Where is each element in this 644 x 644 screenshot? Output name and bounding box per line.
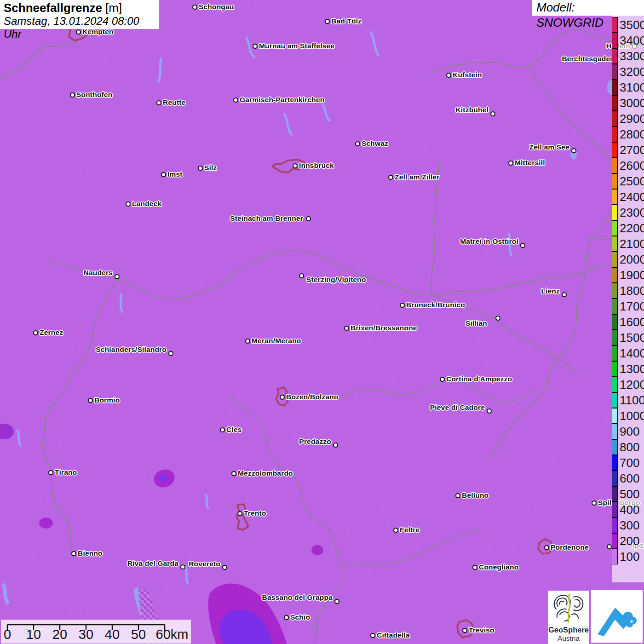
city-label-mittersill: Mittersill bbox=[515, 159, 545, 167]
colorbar-label: 2100 bbox=[620, 236, 644, 252]
colorbar: 3500340033003200310030002900280027002600… bbox=[612, 17, 644, 564]
colorbar-label: 3000 bbox=[620, 95, 644, 111]
city-marker-zell-am-see bbox=[571, 148, 576, 153]
colorbar-level-3000: 3000 bbox=[612, 95, 644, 111]
city-marker-cittadella bbox=[370, 633, 375, 638]
colorbar-swatch bbox=[612, 424, 618, 439]
geosphere-logo: GeoSphere Austria bbox=[548, 591, 589, 644]
city-marker-steinach-am-brenner bbox=[306, 216, 311, 221]
city-label-brixen-bressanone: Brixen/Bressanone bbox=[351, 324, 417, 332]
city-label-pieve-di-cadore: Pieve di Cadore bbox=[430, 403, 485, 412]
colorbar-swatch bbox=[612, 267, 618, 283]
city-marker-kufstein bbox=[446, 73, 451, 78]
city-label-tirano: Tirano bbox=[55, 468, 77, 477]
colorbar-level-700: 700 bbox=[612, 455, 644, 471]
city-marker-reutte bbox=[156, 100, 161, 105]
colorbar-swatch bbox=[612, 377, 618, 392]
colorbar-swatch bbox=[612, 361, 618, 377]
city-label-innsbruck: Innsbruck bbox=[299, 161, 334, 170]
city-label-sonthofen: Sonthofen bbox=[76, 91, 112, 99]
title-unit: [m] bbox=[105, 1, 122, 15]
title-box: Schneefallgrenze [m] Samstag, 13.01.2024… bbox=[0, 0, 159, 29]
city-label-bormio: Bormio bbox=[94, 396, 120, 404]
city-label-treviso: Treviso bbox=[469, 626, 494, 634]
colorbar-level-1700: 1700 bbox=[612, 299, 644, 314]
colorbar-swatch bbox=[612, 142, 618, 158]
colorbar-label: 2700 bbox=[620, 142, 644, 158]
city-label-trento: Trento bbox=[244, 509, 266, 518]
city-marker-predazzo bbox=[333, 443, 338, 448]
colorbar-level-3300: 3300 bbox=[612, 48, 644, 64]
colorbar-level-1300: 1300 bbox=[612, 361, 644, 377]
city-marker-matrei-in-osttirol bbox=[520, 243, 525, 248]
city-marker-belluno bbox=[455, 493, 460, 498]
colorbar-label: 1000 bbox=[620, 408, 644, 424]
scalebar: 0102030405060km bbox=[1, 620, 191, 644]
colorbar-level-2100: 2100 bbox=[612, 236, 644, 252]
colorbar-label: 1200 bbox=[620, 377, 644, 392]
scalebar-tick-label-30: 30 bbox=[79, 627, 93, 642]
colorbar-level-2300: 2300 bbox=[612, 205, 644, 220]
city-label-reutte: Reutte bbox=[163, 98, 185, 107]
city-marker-schlanders-silandro bbox=[168, 351, 173, 356]
colorbar-level-2500: 2500 bbox=[612, 173, 644, 189]
city-label-zell-am-see: Zell am See bbox=[529, 143, 570, 151]
city-marker-zernez bbox=[33, 330, 38, 335]
colorbar-swatch bbox=[612, 189, 618, 205]
colorbar-level-600: 600 bbox=[612, 471, 644, 486]
city-marker-pieve-di-cadore bbox=[487, 408, 492, 414]
city-label-kitzb-hel: Kitzbühel bbox=[455, 106, 489, 114]
city-label-schwaz: Schwaz bbox=[362, 139, 388, 148]
city-marker-garmisch-partenkirchen bbox=[233, 98, 238, 103]
city-marker-tirano bbox=[48, 470, 53, 475]
city-marker-sterzing-vipiteno bbox=[299, 273, 304, 278]
city-marker-mezzolombardo bbox=[231, 471, 236, 476]
colorbar-label: 3200 bbox=[620, 64, 644, 80]
colorbar-swatch bbox=[612, 486, 618, 502]
colorbar-label: 2300 bbox=[620, 205, 644, 220]
colorbar-swatch bbox=[612, 392, 618, 408]
city-marker-meran-merano bbox=[245, 339, 250, 344]
city-label-schongau: Schongau bbox=[199, 3, 234, 11]
city-label-zernez: Zernez bbox=[40, 328, 63, 337]
colorbar-swatch bbox=[612, 518, 618, 533]
colorbar-swatch bbox=[612, 299, 618, 314]
colorbar-swatch bbox=[612, 502, 618, 518]
colorbar-label: 1700 bbox=[620, 299, 644, 314]
city-label-cittadella: Cittadella bbox=[377, 631, 410, 639]
city-marker-bienno bbox=[71, 551, 76, 556]
city-marker-bozen-bolzano bbox=[280, 395, 285, 400]
city-marker-landeck bbox=[126, 201, 131, 207]
colorbar-label: 2000 bbox=[620, 252, 644, 267]
colorbar-level-1100: 1100 bbox=[612, 392, 644, 408]
colorbar-level-1900: 1900 bbox=[612, 267, 644, 283]
city-label-bozen-bolzano: Bozen/Bolzano bbox=[286, 393, 339, 401]
colorbar-swatch bbox=[612, 533, 618, 549]
colorbar-swatch bbox=[612, 471, 618, 486]
model-label: Modell: SNOWGRID bbox=[532, 0, 644, 30]
colorbar-swatch bbox=[612, 48, 618, 64]
colorbar-label: 800 bbox=[620, 439, 639, 455]
colorbar-swatch bbox=[612, 549, 618, 564]
colorbar-label: 2600 bbox=[620, 158, 644, 173]
city-label-lienz: Lienz bbox=[541, 287, 560, 295]
colorbar-swatch bbox=[612, 95, 618, 111]
city-label-sterzing-vipiteno: Sterzing/Vipiteno bbox=[306, 276, 366, 284]
city-label-schlanders-silandro: Schlanders/Silandro bbox=[96, 345, 167, 354]
colorbar-label: 3100 bbox=[620, 80, 644, 95]
city-marker-bormio bbox=[88, 398, 93, 403]
city-label-cles: Cles bbox=[226, 426, 242, 434]
city-label-garmisch-partenkirchen: Garmisch-Partenkirchen bbox=[240, 96, 324, 104]
title-subtitle: Samstag, 13.01.2024 08:00 Uhr bbox=[4, 15, 155, 40]
city-marker-treviso bbox=[462, 628, 467, 633]
city-label-zell-am-ziller: Zell am Ziller bbox=[395, 173, 440, 181]
colorbar-level-300: 300 bbox=[612, 518, 644, 533]
colorbar-label: 600 bbox=[620, 471, 639, 486]
colorbar-level-2200: 2200 bbox=[612, 220, 644, 236]
colorbar-label: 3400 bbox=[620, 33, 644, 48]
city-marker-schwaz bbox=[355, 141, 360, 146]
colorbar-label: 2800 bbox=[620, 126, 644, 142]
city-marker-cles bbox=[220, 427, 225, 432]
city-label-belluno: Belluno bbox=[462, 491, 489, 500]
city-marker-mittersill bbox=[508, 161, 513, 166]
